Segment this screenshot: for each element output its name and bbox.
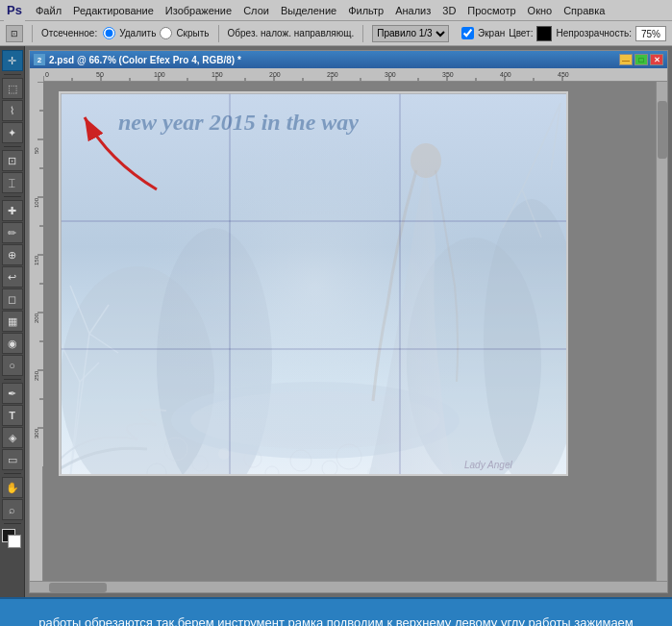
canvas-content: 0 50 100 150 200 250 300 <box>30 82 667 581</box>
svg-text:300: 300 <box>385 71 396 78</box>
tool-zoom[interactable]: ⌕ <box>2 499 23 520</box>
tool-blur[interactable]: ◉ <box>2 333 23 354</box>
tool-selection-rect[interactable]: ⬚ <box>2 78 23 99</box>
ps-logo: Ps <box>4 0 25 21</box>
obr-label: Обрез. налож. направляющ. <box>228 28 355 38</box>
svg-text:new year 2015 in the way: new year 2015 in the way <box>118 110 359 135</box>
otsechen-label: Отсеченное: <box>41 28 97 38</box>
svg-text:400: 400 <box>500 71 511 78</box>
svg-text:250: 250 <box>34 370 39 381</box>
tool-brush[interactable]: ✏ <box>2 222 23 243</box>
tool-magic-wand[interactable]: ✦ <box>2 122 23 143</box>
ruler-vertical: 0 50 100 150 200 250 300 <box>30 82 43 581</box>
tool-path-select[interactable]: ◈ <box>2 427 23 448</box>
svg-text:200: 200 <box>34 313 39 323</box>
canvas-area: 2 2.psd @ 66.7% (Color Efex Pro 4, RGB/8… <box>25 46 672 597</box>
win-minimize[interactable]: — <box>619 54 633 65</box>
doc-win-controls: — □ ✕ <box>619 54 663 65</box>
options-right: Экран Цвет: Непрозрачность: 75% <box>461 26 666 41</box>
tool-move[interactable]: ✛ <box>2 50 23 71</box>
menu-help[interactable]: Справка <box>559 0 610 21</box>
svg-text:300: 300 <box>34 428 39 438</box>
tool-eyedropper[interactable]: ⌶ <box>2 172 23 193</box>
tsvet-label: Цвет: <box>509 28 533 38</box>
text-info-box: работы обрезаются так.берем инструмент р… <box>0 597 672 626</box>
radio-skryt[interactable]: Скрыть <box>160 27 209 39</box>
menu-analysis[interactable]: Анализ <box>390 0 436 21</box>
ekran-label: Экран <box>478 28 505 38</box>
v-scrollbar-thumb[interactable] <box>658 101 667 159</box>
tool-pen[interactable]: ✒ <box>2 383 23 404</box>
tool-text[interactable]: T <box>2 405 23 426</box>
doc-window: 2 2.psd @ 66.7% (Color Efex Pro 4, RGB/8… <box>29 50 668 593</box>
radio-group: Удалить Скрыть <box>103 27 209 39</box>
pravilo-dropdown[interactable]: Правило 1/3 <box>372 25 449 42</box>
opacity-input[interactable]: 75% <box>635 26 666 41</box>
canvas-art: new year 2015 in the way Lady Angel <box>61 93 568 476</box>
menu-edit[interactable]: Редактирование <box>68 0 159 21</box>
fg-bg-colors[interactable] <box>2 529 23 550</box>
menu-select[interactable]: Выделение <box>276 0 341 21</box>
main-area: ✛ ⬚ ⌇ ✦ ⊡ ⌶ ✚ ✏ ⊕ ↩ ◻ ▦ ◉ ○ ✒ T ◈ ▭ ✋ ⌕ <box>0 46 672 597</box>
svg-text:450: 450 <box>558 71 569 78</box>
tool-sep-6 <box>4 523 21 524</box>
doc-titlebar: 2 2.psd @ 66.7% (Color Efex Pro 4, RGB/8… <box>30 51 667 68</box>
canvas-image: new year 2015 in the way Lady Angel <box>59 91 568 476</box>
doc-title: 2.psd @ 66.7% (Color Efex Pro 4, RGB/8) … <box>49 55 241 65</box>
svg-text:350: 350 <box>442 71 454 78</box>
tool-sep-2 <box>4 146 21 147</box>
sep2 <box>218 25 219 42</box>
tool-lasso[interactable]: ⌇ <box>2 100 23 121</box>
tool-crop[interactable]: ⊡ <box>2 150 23 171</box>
tool-healing[interactable]: ✚ <box>2 200 23 221</box>
svg-text:150: 150 <box>34 255 39 265</box>
menu-layers[interactable]: Слои <box>238 0 274 21</box>
win-close[interactable]: ✕ <box>650 54 663 65</box>
ruler-horizontal: 0 50 100 150 200 250 300 350 400 450 <box>43 68 667 82</box>
menu-file[interactable]: Файл <box>31 0 66 21</box>
tool-sep-4 <box>4 379 21 380</box>
h-scrollbar-thumb[interactable] <box>49 583 107 592</box>
tool-sep-5 <box>4 473 21 474</box>
ekran-checkbox[interactable] <box>461 27 474 39</box>
h-scrollbar[interactable] <box>30 581 667 592</box>
tool-dodge[interactable]: ○ <box>2 355 23 376</box>
svg-text:50: 50 <box>34 147 39 154</box>
v-scrollbar[interactable] <box>656 82 667 581</box>
radio-udalit[interactable]: Удалить <box>103 27 156 39</box>
win-maximize[interactable]: □ <box>635 54 648 65</box>
menu-window[interactable]: Окно <box>523 0 558 21</box>
menu-image[interactable]: Изображение <box>161 0 236 21</box>
color-swatch[interactable] <box>536 26 552 41</box>
menu-bar: Ps Файл Редактирование Изображение Слои … <box>0 0 672 21</box>
canvas-viewport[interactable]: new year 2015 in the way Lady Angel <box>43 82 667 581</box>
doc-icon: 2 <box>34 54 45 65</box>
svg-text:150: 150 <box>212 71 223 78</box>
sep3 <box>362 25 363 42</box>
tool-clone[interactable]: ⊕ <box>2 244 23 265</box>
tool-gradient[interactable]: ▦ <box>2 311 23 332</box>
menu-view[interactable]: Просмотр <box>462 0 520 21</box>
tool-history-brush[interactable]: ↩ <box>2 266 23 288</box>
tool-options-icon[interactable]: ⊡ <box>6 25 23 42</box>
tool-eraser[interactable]: ◻ <box>2 288 23 310</box>
svg-text:0: 0 <box>45 71 49 78</box>
menu-filter[interactable]: Фильтр <box>343 0 388 21</box>
sep1 <box>32 25 33 42</box>
menu-3d[interactable]: 3D <box>437 0 460 21</box>
left-toolbar: ✛ ⬚ ⌇ ✦ ⊡ ⌶ ✚ ✏ ⊕ ↩ ◻ ▦ ◉ ○ ✒ T ◈ ▭ ✋ ⌕ <box>0 46 25 597</box>
svg-point-74 <box>218 448 230 460</box>
options-bar: ⊡ Отсеченное: Удалить Скрыть Обрез. нало… <box>0 21 672 46</box>
tool-shape[interactable]: ▭ <box>2 449 23 470</box>
svg-text:100: 100 <box>34 197 39 208</box>
tool-sep-1 <box>4 74 21 75</box>
svg-text:Lady Angel: Lady Angel <box>464 460 512 470</box>
svg-text:250: 250 <box>327 71 338 78</box>
tool-sep-3 <box>4 196 21 197</box>
svg-text:100: 100 <box>154 71 165 78</box>
ruler-top-row: 0 50 100 150 200 250 300 350 400 450 <box>30 68 667 82</box>
info-text: работы обрезаются так.берем инструмент р… <box>19 613 653 626</box>
svg-rect-0 <box>43 68 667 82</box>
tool-hand[interactable]: ✋ <box>2 477 23 498</box>
ruler-corner <box>30 68 43 82</box>
